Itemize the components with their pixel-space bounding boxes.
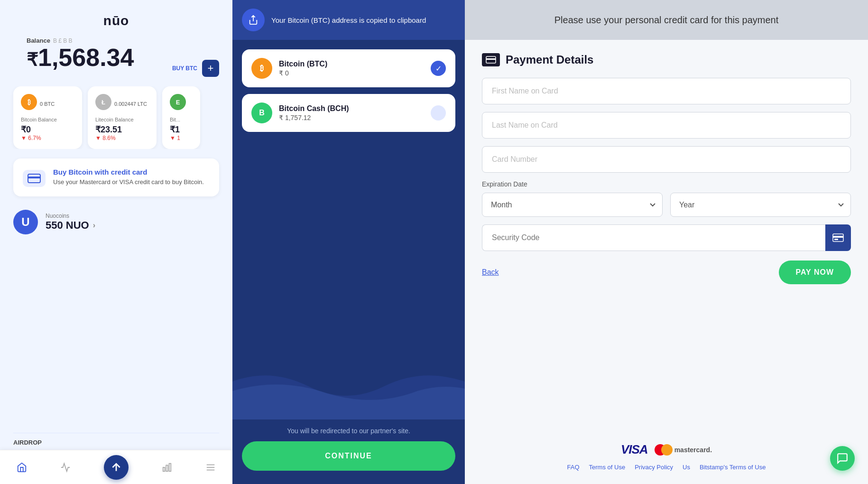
btc-select-icon: ₿ (251, 58, 272, 79)
mastercard-logo: mastercard. (655, 444, 712, 456)
left-panel: nūo Balance B £ B B ₹1,568.34 BUY BTC + … (0, 0, 232, 484)
buy-bitcoin-desc: Use your Mastercard or VISA credit card … (53, 178, 204, 186)
btc-change: ▼ 6.7% (21, 135, 74, 141)
svg-rect-1 (28, 177, 40, 178)
svg-rect-4 (166, 465, 168, 471)
btc-select-card[interactable]: ₿ Bitcoin (BTC) ₹ 0 ✓ (242, 49, 455, 87)
back-button[interactable]: Back (482, 268, 499, 277)
crypto-cards-list: ₿ 0 BTC Bitcoin Balance ₹0 ▼ 6.7% Ł 0.00… (0, 86, 232, 149)
nav-menu[interactable] (205, 462, 216, 473)
action-row: Back PAY NOW (482, 261, 851, 284)
card-number-field (482, 146, 851, 173)
app-logo: nūo (13, 13, 219, 28)
btc-select-balance: ₹ 0 (279, 69, 424, 77)
redirect-text: You will be redirected to our partner's … (232, 419, 465, 441)
notification-bar: Your Bitcoin (BTC) address is copied to … (232, 0, 465, 40)
other-change: ▼ 1 (170, 135, 193, 141)
nuocoins-section[interactable]: U Nuocoins 550 NUO › (0, 210, 232, 234)
btc-check-icon: ✓ (431, 61, 446, 76)
mc-circles (655, 444, 673, 456)
other-label: Bit... (170, 117, 193, 122)
security-row (482, 224, 851, 251)
middle-panel: Your Bitcoin (BTC) address is copied to … (232, 0, 465, 484)
chat-fab-button[interactable] (830, 446, 855, 471)
us-link[interactable]: Us (683, 464, 690, 471)
ltc-icon: Ł (95, 94, 111, 110)
payment-title: Payment Details (482, 53, 851, 66)
airdrop-label: AIRDROP (13, 433, 219, 446)
terms-link[interactable]: Terms of Use (589, 464, 626, 471)
bch-radio-icon (431, 105, 446, 121)
card-icon (482, 53, 500, 66)
pay-now-button[interactable]: PAY NOW (779, 261, 851, 284)
coin-selection-list: ₿ Bitcoin (BTC) ₹ 0 ✓ B Bitcoin Cash (BC… (232, 40, 465, 239)
btc-balance: ₹0 (21, 124, 74, 135)
svg-rect-14 (834, 239, 838, 240)
balance-label: Balance B £ B B (27, 37, 206, 44)
privacy-link[interactable]: Privacy Policy (635, 464, 673, 471)
bch-select-card[interactable]: B Bitcoin Cash (BCH) ₹ 1,757.12 (242, 94, 455, 132)
bch-select-icon: B (251, 102, 272, 123)
nav-chart[interactable] (60, 462, 71, 473)
ltc-balance: ₹23.51 (95, 124, 149, 135)
security-input[interactable] (482, 224, 825, 251)
continue-button[interactable]: CONTINUE (242, 441, 455, 471)
last-name-field (482, 112, 851, 139)
payment-form: Payment Details Expiration Date Month 01… (465, 40, 868, 433)
ltc-card[interactable]: Ł 0.002447 LTC Litecoin Balance ₹23.51 ▼… (88, 86, 157, 149)
year-select[interactable]: Year 202420252026 2027202820292030 (670, 193, 851, 217)
expiry-label: Expiration Date (482, 180, 851, 188)
mc-orange-circle (661, 444, 673, 456)
notice-banner: Please use your personal credit card for… (465, 0, 868, 40)
nuocoins-chevron: › (93, 221, 95, 230)
payment-logos: VISA mastercard. (482, 442, 851, 457)
notification-text: Your Bitcoin (BTC) address is copied to … (271, 15, 426, 25)
credit-card-icon (23, 170, 46, 187)
btc-card[interactable]: ₿ 0 BTC Bitcoin Balance ₹0 ▼ 6.7% (13, 86, 82, 149)
nuocoins-label: Nuocoins (46, 213, 95, 219)
ltc-ticker: 0.002447 LTC (114, 101, 147, 107)
buy-bitcoin-card[interactable]: Buy Bitcoin with credit card Use your Ma… (13, 158, 219, 196)
nuo-coin-icon: U (13, 210, 38, 234)
nav-bars[interactable] (162, 462, 172, 473)
other-card[interactable]: E Bit... ₹1 ▼ 1 (162, 86, 200, 149)
first-name-input[interactable] (482, 78, 851, 104)
footer-section: VISA mastercard. FAQ Terms of Use Privac… (465, 433, 868, 484)
bch-select-name: Bitcoin Cash (BCH) (279, 104, 424, 113)
bitstamp-terms-link[interactable]: Bitstamp's Terms of Use (700, 464, 766, 471)
btc-icon: ₿ (21, 94, 37, 110)
buy-bitcoin-title: Buy Bitcoin with credit card (53, 168, 204, 176)
svg-rect-11 (486, 58, 496, 60)
card-number-input[interactable] (482, 146, 851, 173)
svg-rect-3 (163, 467, 165, 471)
nuocoins-amount: 550 NUO › (46, 219, 95, 232)
visa-logo: VISA (621, 442, 648, 457)
btc-select-name: Bitcoin (BTC) (279, 60, 424, 68)
add-button[interactable]: + (202, 60, 219, 77)
other-balance: ₹1 (170, 124, 193, 135)
bch-select-info: Bitcoin Cash (BCH) ₹ 1,757.12 (279, 104, 424, 121)
nav-home[interactable] (17, 462, 27, 473)
btc-label: Bitcoin Balance (21, 117, 74, 122)
first-name-field (482, 78, 851, 104)
ltc-label: Litecoin Balance (95, 117, 149, 122)
eth-icon: E (170, 94, 186, 110)
btc-ticker: 0 BTC (40, 101, 55, 107)
month-select[interactable]: Month 010203 040506 070809 101112 (482, 193, 663, 217)
ltc-change: ▼ 8.6% (95, 135, 149, 141)
buy-btc-button[interactable]: BUY BTC (172, 65, 197, 72)
faq-link[interactable]: FAQ (567, 464, 580, 471)
share-icon (242, 9, 265, 31)
nav-upload[interactable] (104, 455, 129, 480)
btc-select-info: Bitcoin (BTC) ₹ 0 (279, 60, 424, 77)
svg-rect-13 (833, 236, 843, 238)
footer-links: FAQ Terms of Use Privacy Policy Us Bitst… (482, 464, 851, 471)
svg-rect-5 (169, 463, 171, 471)
bottom-nav (0, 450, 232, 484)
expiry-row: Month 010203 040506 070809 101112 Year 2… (482, 193, 851, 217)
right-panel: Please use your personal credit card for… (465, 0, 868, 484)
bch-select-balance: ₹ 1,757.12 (279, 114, 424, 121)
security-card-icon (825, 224, 851, 251)
last-name-input[interactable] (482, 112, 851, 139)
